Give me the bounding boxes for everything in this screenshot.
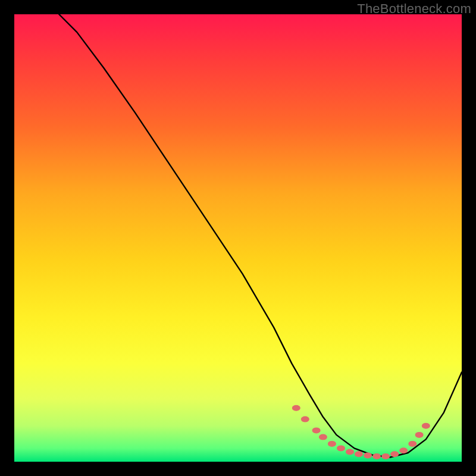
highlight-dot: [415, 432, 424, 438]
highlight-dot: [319, 434, 327, 440]
bottleneck-curve: [59, 14, 462, 458]
highlight-dot: [292, 405, 300, 411]
highlight-dot: [328, 441, 336, 447]
highlight-dot: [399, 447, 408, 453]
highlight-dot: [422, 423, 430, 429]
highlight-dot: [381, 453, 390, 459]
highlight-dot: [364, 453, 372, 459]
highlight-dot: [408, 441, 416, 447]
chart-frame: TheBottleneck.com: [0, 0, 476, 476]
highlight-dot: [301, 416, 309, 422]
highlight-dot: [337, 445, 345, 451]
highlight-dot: [312, 427, 321, 433]
watermark-text: TheBottleneck.com: [357, 1, 471, 17]
plot-area: [14, 14, 462, 462]
curve-layer: [14, 14, 462, 462]
highlight-dot: [355, 451, 363, 457]
highlight-dot: [346, 449, 354, 455]
highlight-dot: [390, 451, 399, 457]
highlight-dot: [372, 453, 381, 459]
